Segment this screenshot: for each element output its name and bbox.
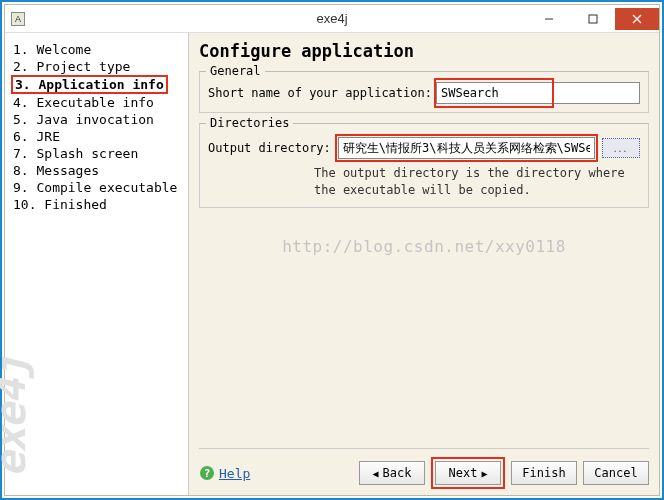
sidebar-item-0[interactable]: 1. Welcome (11, 41, 182, 58)
short-name-label: Short name of your application: (208, 86, 432, 100)
main-panel: Configure application General Short name… (189, 33, 659, 495)
sidebar-item-8[interactable]: 9. Compile executable (11, 179, 182, 196)
sidebar: 1. Welcome2. Project type3. Application … (5, 33, 189, 495)
help-icon: ? (199, 465, 215, 481)
highlight-annotation: Next ▶ (431, 457, 505, 489)
content-area: 1. Welcome2. Project type3. Application … (5, 33, 659, 495)
sidebar-item-6[interactable]: 7. Splash screen (11, 145, 182, 162)
back-button[interactable]: ◀ Back (359, 461, 425, 485)
finish-button[interactable]: Finish (511, 461, 577, 485)
next-label: Next (449, 466, 478, 480)
window-title: exe4j (316, 11, 347, 26)
sidebar-item-1[interactable]: 2. Project type (11, 58, 182, 75)
svg-text:?: ? (204, 467, 211, 480)
sidebar-logo: exe4j (0, 356, 35, 477)
arrow-left-icon: ◀ (373, 468, 379, 479)
window: A exe4j 1. Welcome2. Project type3. Appl… (4, 4, 660, 496)
sidebar-item-2[interactable]: 3. Application info (11, 75, 168, 94)
browse-button[interactable]: ... (602, 138, 640, 158)
next-button[interactable]: Next ▶ (435, 461, 501, 485)
directories-legend: Directories (206, 116, 293, 130)
sidebar-item-3[interactable]: 4. Executable info (11, 94, 182, 111)
app-icon: A (11, 12, 25, 26)
sidebar-item-7[interactable]: 8. Messages (11, 162, 182, 179)
maximize-button[interactable] (571, 8, 615, 30)
general-legend: General (206, 64, 265, 78)
cancel-button[interactable]: Cancel (583, 461, 649, 485)
output-dir-label: Output directory: (208, 141, 331, 155)
button-bar: ? Help ◀ Back Next ▶ Finish Cancel (199, 448, 649, 489)
sidebar-item-9[interactable]: 10. Finished (11, 196, 182, 213)
short-name-input[interactable] (436, 82, 640, 104)
close-button[interactable] (615, 8, 659, 30)
watermark-text: http://blog.csdn.net/xxy0118 (282, 236, 566, 255)
back-label: Back (383, 466, 412, 480)
sidebar-item-5[interactable]: 6. JRE (11, 128, 182, 145)
general-fieldset: General Short name of your application: (199, 71, 649, 113)
help-link[interactable]: ? Help (199, 465, 250, 481)
svg-rect-1 (589, 15, 597, 23)
directories-fieldset: Directories Output directory: ... The ou… (199, 123, 649, 208)
help-label: Help (219, 466, 250, 481)
output-dir-input[interactable] (338, 137, 595, 159)
sidebar-item-4[interactable]: 5. Java invocation (11, 111, 182, 128)
titlebar: A exe4j (5, 5, 659, 33)
output-dir-hint: The output directory is the directory wh… (314, 165, 640, 199)
minimize-button[interactable] (527, 8, 571, 30)
arrow-right-icon: ▶ (481, 468, 487, 479)
window-controls (527, 8, 659, 30)
page-title: Configure application (199, 41, 649, 61)
